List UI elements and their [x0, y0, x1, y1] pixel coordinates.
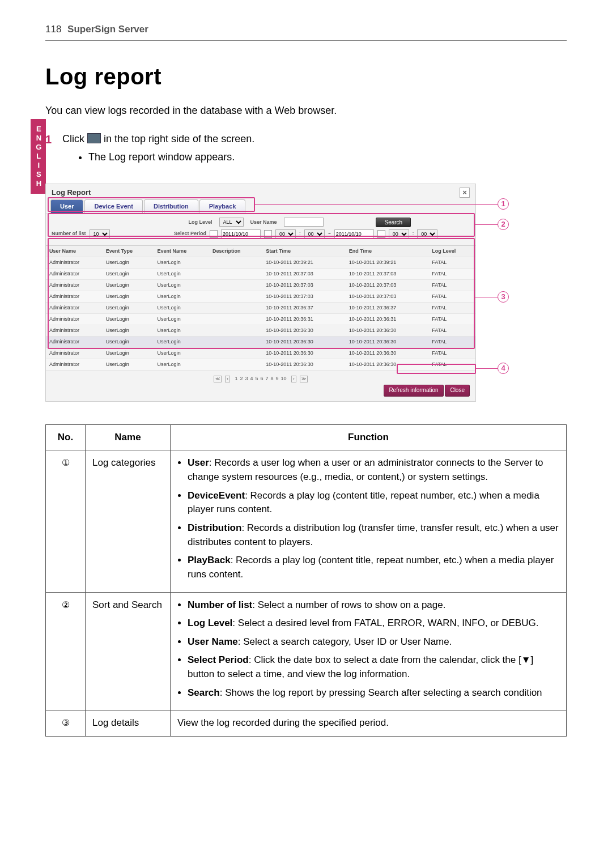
header-title: SuperSign Server	[67, 24, 148, 35]
table-cell	[209, 348, 262, 359]
refresh-button[interactable]: Refresh information	[384, 385, 443, 397]
step-sub: The Log report window appears.	[88, 150, 567, 164]
pager-page[interactable]: 2	[240, 376, 243, 381]
annotation-line-4	[476, 368, 499, 369]
step-number: 1	[45, 131, 57, 148]
pager-page[interactable]: 1	[235, 376, 237, 381]
pager-page[interactable]: 9	[276, 376, 279, 381]
annotation-line-1	[255, 204, 499, 205]
table-cell	[209, 359, 262, 371]
table-cell: UserLogin	[103, 359, 154, 371]
table-cell: 10-10-2011 20:36:30	[346, 348, 428, 359]
annotation-line-2	[475, 224, 499, 225]
page-header: 118 SuperSign Server	[45, 23, 567, 41]
table-cell: FATAL	[428, 348, 475, 359]
annotation-badge-3: 3	[498, 291, 509, 303]
pager-page[interactable]: 4	[250, 376, 253, 381]
section-heading: Log report	[45, 60, 567, 93]
desc-head-func: Function	[171, 424, 567, 450]
pager-first-icon[interactable]: ≪	[214, 376, 222, 382]
pager-page[interactable]: 5	[255, 376, 258, 381]
step-text-pre: Click	[62, 133, 87, 144]
table-row[interactable]: AdministratorUserLoginUserLogin10-10-201…	[46, 348, 475, 359]
desc-row-3: ③ Log details View the log recorded duri…	[46, 710, 567, 737]
table-cell: Administrator	[46, 348, 103, 359]
table-cell: UserLogin	[103, 348, 154, 359]
desc-name-3: Log details	[86, 710, 171, 737]
annotation-box-3	[48, 238, 475, 349]
desc-head-name: Name	[86, 424, 171, 450]
window-title: Log Report	[52, 188, 91, 198]
screenshot-wrapper: Log Report × User Device Event Distribut…	[45, 184, 567, 402]
annotation-line-3	[475, 297, 499, 297]
pager-page[interactable]: 6	[261, 376, 264, 381]
intro-text: You can view logs recorded in the databa…	[45, 103, 567, 118]
table-cell: UserLogin	[154, 348, 209, 359]
close-button[interactable]: Close	[445, 385, 470, 397]
step-text-post: in the top right side of the screen.	[104, 133, 254, 144]
desc-row-2: ② Sort and Search Number of list: Select…	[46, 592, 567, 710]
description-table: No. Name Function ① Log categories User:…	[45, 424, 567, 737]
language-tab: ENGLISH	[31, 119, 46, 194]
annotation-box-2	[48, 213, 475, 237]
desc-no-2: ②	[62, 598, 70, 611]
header-rule	[45, 40, 567, 41]
desc-head-no: No.	[46, 424, 86, 450]
table-cell: Administrator	[46, 359, 103, 371]
annotation-badge-4: 4	[498, 363, 509, 374]
pager-page[interactable]: 10	[281, 376, 287, 381]
step-1: 1 Click in the top right side of the scr…	[45, 131, 567, 167]
pager-prev-icon[interactable]: ‹	[225, 376, 230, 382]
desc-no-3: ③	[62, 716, 70, 729]
annotation-badge-1: 1	[498, 198, 509, 210]
page-number: 118	[45, 24, 61, 35]
pager-page[interactable]: 7	[266, 376, 269, 381]
annotation-badge-2: 2	[498, 219, 509, 230]
desc-name-1: Log categories	[86, 450, 171, 592]
close-icon[interactable]: ×	[460, 188, 470, 198]
desc-no-1: ①	[62, 456, 70, 469]
table-cell: UserLogin	[154, 359, 209, 371]
annotation-box-4	[397, 364, 476, 374]
table-cell: 10-10-2011 20:36:30	[262, 348, 345, 359]
desc-func-3: View the log recorded during the specifi…	[171, 710, 567, 737]
pager-page[interactable]: 8	[271, 376, 274, 381]
annotation-box-1	[48, 197, 255, 212]
pager-last-icon[interactable]: ≫	[300, 376, 308, 382]
pager-next-icon[interactable]: ›	[291, 376, 296, 382]
desc-func-1: User: Records a user log when a user or …	[171, 450, 567, 592]
desc-name-2: Sort and Search	[86, 592, 171, 710]
pager-page[interactable]: 3	[245, 376, 248, 381]
desc-row-1: ① Log categories User: Records a user lo…	[46, 450, 567, 592]
table-cell: 10-10-2011 20:36:30	[262, 359, 345, 371]
log-report-icon	[87, 133, 101, 143]
desc-func-2: Number of list: Select a number of rows …	[171, 592, 567, 710]
